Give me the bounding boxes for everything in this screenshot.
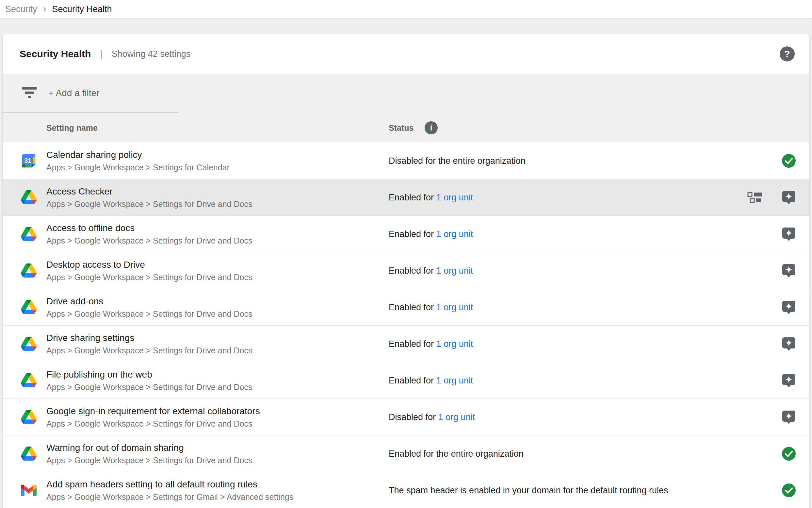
google-drive-icon	[21, 336, 37, 352]
org-unit-link[interactable]: 1 org unit	[436, 229, 473, 239]
status-info-icon[interactable]: i	[425, 121, 438, 134]
table-row-desktop-access-to-drive[interactable]: Desktop access to Drive Apps > Google Wo…	[3, 252, 809, 289]
card-header: Security Health | Showing 42 settings ?	[3, 34, 809, 74]
org-unit-link[interactable]: 1 org unit	[436, 192, 473, 202]
settings-count: Showing 42 settings	[112, 49, 191, 59]
setting-status: Enabled for 1 org unit	[389, 265, 473, 276]
status-text: Enabled for	[389, 265, 436, 275]
setting-status: Enabled for 1 org unit	[389, 229, 473, 239]
setting-title: Desktop access to Drive	[46, 259, 252, 270]
table-row-file-publishing-on-the-web[interactable]: File publishing on the web Apps > Google…	[3, 362, 809, 399]
setting-title: Access to offline docs	[46, 223, 252, 233]
recommendation-badge-icon[interactable]	[781, 226, 796, 242]
setting-status: Enabled for the entire organization	[389, 449, 524, 459]
status-text: Enabled for	[389, 192, 436, 202]
org-unit-link[interactable]: 1 org unit	[436, 339, 473, 348]
table-header-row: Setting name Status i	[3, 113, 809, 142]
org-unit-link[interactable]: 1 org unit	[438, 412, 475, 422]
settings-table: 31 Calendar sharing policy Apps > Google…	[3, 142, 809, 508]
status-ok-check-icon	[781, 483, 796, 498]
google-drive-icon	[21, 263, 37, 279]
setting-text: Access to offline docs Apps > Google Wor…	[46, 223, 252, 245]
setting-title: Drive sharing settings	[46, 333, 252, 343]
recommendation-badge-icon[interactable]	[781, 300, 796, 315]
status-text: Disabled for the entire organization	[389, 156, 526, 165]
setting-text: Add spam headers setting to all default …	[46, 479, 293, 502]
google-drive-icon	[21, 409, 37, 425]
setting-status: Disabled for 1 org unit	[389, 412, 475, 422]
column-header-status: Status	[389, 123, 414, 132]
status-text: Enabled for	[389, 339, 436, 348]
setting-text: Drive sharing settings Apps > Google Wor…	[46, 333, 252, 355]
gmail-icon	[21, 482, 37, 498]
recommendation-badge-icon[interactable]	[781, 410, 796, 425]
setting-text: Google sign-in requirement for external …	[46, 406, 260, 428]
status-text: Enabled for	[389, 229, 436, 239]
org-unit-link[interactable]: 1 org unit	[436, 302, 473, 312]
setting-path: Apps > Google Workspace > Settings for C…	[46, 163, 230, 172]
status-text: Enabled for	[389, 302, 436, 312]
google-drive-icon	[21, 189, 37, 205]
security-health-card: Security Health | Showing 42 settings ? …	[3, 34, 809, 508]
status-text: Enabled for the entire organization	[389, 449, 524, 458]
recommendation-badge-icon[interactable]	[781, 336, 796, 351]
setting-path: Apps > Google Workspace > Settings for D…	[46, 236, 252, 245]
status-text: The spam header is enabled in your domai…	[389, 485, 668, 495]
page-title: Security Health	[19, 48, 91, 59]
setting-path: Apps > Google Workspace > Settings for D…	[46, 419, 260, 428]
table-row-warning-for-out-of-domain-sharing[interactable]: Warning for out of domain sharing Apps >…	[3, 435, 809, 472]
google-drive-icon	[21, 373, 37, 388]
google-calendar-icon: 31	[21, 153, 37, 169]
svg-text:31: 31	[24, 157, 31, 164]
table-row-calendar-sharing-policy[interactable]: 31 Calendar sharing policy Apps > Google…	[3, 142, 809, 179]
setting-text: Access Checker Apps > Google Workspace >…	[46, 186, 252, 209]
add-filter-button[interactable]: + Add a filter	[48, 88, 99, 98]
table-row-drive-add-ons[interactable]: Drive add-ons Apps > Google Workspace > …	[3, 289, 809, 326]
setting-path: Apps > Google Workspace > Settings for D…	[46, 309, 252, 319]
help-icon[interactable]: ?	[780, 46, 795, 61]
recommendation-badge-icon[interactable]	[781, 263, 796, 278]
breadcrumb-security-link[interactable]: Security	[5, 4, 37, 14]
setting-title: Access Checker	[46, 186, 252, 197]
filter-and-header-section: + Add a filter Setting name Status i	[3, 74, 809, 142]
status-ok-check-icon	[781, 153, 796, 168]
setting-title: Warning for out of domain sharing	[46, 442, 252, 453]
setting-status: Enabled for 1 org unit	[389, 375, 473, 385]
org-unit-link[interactable]: 1 org unit	[436, 375, 473, 385]
chevron-right-icon: ›	[43, 4, 46, 15]
setting-title: Drive add-ons	[46, 296, 252, 306]
org-units-list-icon[interactable]	[747, 191, 763, 204]
table-row-access-to-offline-docs[interactable]: Access to offline docs Apps > Google Wor…	[3, 216, 809, 252]
setting-status: The spam header is enabled in your domai…	[389, 485, 668, 495]
table-row-drive-sharing-settings[interactable]: Drive sharing settings Apps > Google Wor…	[3, 326, 809, 362]
status-text: Enabled for	[389, 375, 436, 385]
setting-title: Add spam headers setting to all default …	[46, 479, 293, 490]
google-drive-icon	[21, 299, 37, 315]
setting-text: Warning for out of domain sharing Apps >…	[46, 442, 252, 465]
setting-text: Drive add-ons Apps > Google Workspace > …	[46, 296, 252, 319]
setting-status: Enabled for 1 org unit	[389, 192, 473, 202]
breadcrumb-current-page: Security Health	[52, 4, 112, 14]
setting-title: File publishing on the web	[46, 369, 252, 380]
org-unit-link[interactable]: 1 org unit	[436, 265, 473, 275]
setting-path: Apps > Google Workspace > Settings for D…	[46, 199, 252, 209]
setting-text: File publishing on the web Apps > Google…	[46, 369, 252, 392]
google-drive-icon	[21, 446, 37, 462]
setting-text: Calendar sharing policy Apps > Google Wo…	[46, 150, 230, 172]
filter-icon[interactable]	[22, 87, 37, 100]
status-ok-check-icon	[781, 446, 796, 461]
table-row-access-checker[interactable]: Access Checker Apps > Google Workspace >…	[3, 179, 809, 216]
table-row-add-spam-headers-setting-to-all-default-routing-rules[interactable]: Add spam headers setting to all default …	[3, 472, 809, 508]
status-text: Disabled for	[389, 412, 438, 422]
setting-path: Apps > Google Workspace > Settings for D…	[46, 272, 252, 282]
setting-status: Enabled for 1 org unit	[389, 302, 473, 312]
title-divider: |	[100, 49, 102, 59]
table-row-google-sign-in-requirement-for-external-collaborators[interactable]: Google sign-in requirement for external …	[3, 399, 809, 435]
setting-status: Enabled for 1 org unit	[389, 339, 473, 349]
setting-text: Desktop access to Drive Apps > Google Wo…	[46, 259, 252, 282]
setting-path: Apps > Google Workspace > Settings for D…	[46, 382, 252, 392]
recommendation-badge-icon[interactable]	[781, 190, 796, 205]
column-header-setting-name: Setting name	[46, 123, 98, 132]
recommendation-badge-icon[interactable]	[781, 373, 796, 388]
setting-status: Disabled for the entire organization	[389, 156, 526, 166]
